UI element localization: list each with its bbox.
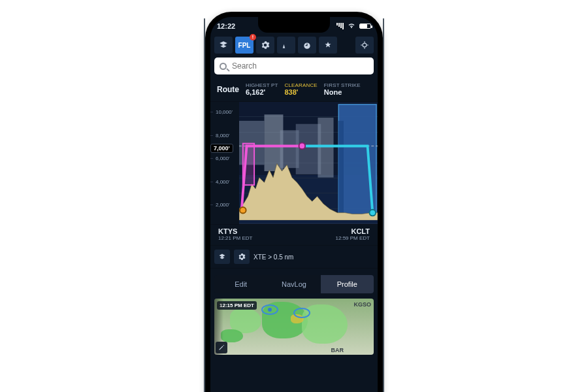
svg-rect-5 xyxy=(318,118,333,178)
fpl-button[interactable]: FPL xyxy=(235,37,253,54)
svg-point-13 xyxy=(369,210,376,216)
map-preview[interactable]: KGSO BAR 12:15 PM EDT xyxy=(214,299,374,355)
screen: 12:22 FPL Route xyxy=(210,17,378,392)
destination-code: KCLT xyxy=(351,227,370,235)
svg-point-11 xyxy=(240,207,246,214)
route-title[interactable]: Route xyxy=(217,85,239,94)
xte-label: XTE > 0.5 nm xyxy=(253,253,293,261)
notch xyxy=(258,17,330,33)
center-button[interactable] xyxy=(355,37,374,54)
first-strike: FIRST STRIKE None xyxy=(324,82,361,96)
profile-plot[interactable] xyxy=(239,102,378,224)
annotate-button[interactable] xyxy=(216,342,227,353)
layers-button[interactable] xyxy=(214,37,233,54)
phone-frame: 12:22 FPL Route xyxy=(205,12,383,392)
xte-row: XTE > 0.5 nm xyxy=(210,246,378,269)
battery-icon xyxy=(359,24,371,29)
tab-profile[interactable]: Profile xyxy=(321,275,374,293)
route-summary: Route HIGHEST PT 6,162' CLEARANCE 838' F… xyxy=(210,78,378,102)
svg-point-0 xyxy=(363,43,367,47)
wifi-icon xyxy=(348,22,355,30)
tab-edit[interactable]: Edit xyxy=(214,275,267,293)
fpl-tabs: Edit NavLog Profile xyxy=(214,275,374,293)
settings-button[interactable] xyxy=(256,37,274,54)
search-bar[interactable] xyxy=(214,57,374,74)
leg-endpoints: KTYS 12:21 PM EDT KCLT 12:59 PM EDT xyxy=(210,225,378,246)
star-button[interactable] xyxy=(319,37,337,54)
map-code-kgso: KGSO xyxy=(353,301,371,308)
timer-button[interactable] xyxy=(298,37,316,54)
origin-time: 12:21 PM EDT xyxy=(218,235,252,241)
cell-signal-icon xyxy=(336,23,344,29)
scratchpad-button[interactable] xyxy=(277,37,295,54)
origin-code: KTYS xyxy=(218,227,252,235)
search-icon xyxy=(220,63,227,70)
xte-settings-button[interactable] xyxy=(234,250,250,264)
altitude-axis: 10,000' 8,000' 7,000' 6,000' 4,000' 2,00… xyxy=(210,102,239,224)
svg-rect-7 xyxy=(338,121,344,219)
search-input[interactable] xyxy=(231,61,368,71)
xte-layers-button[interactable] xyxy=(214,250,230,264)
svg-point-12 xyxy=(299,143,306,150)
status-time: 12:22 xyxy=(217,22,235,30)
altitude-profile-chart[interactable]: 50 nm 100 nm 150 nm 20 10,000' 8,000' 7,… xyxy=(210,102,378,225)
destination-time: 12:59 PM EDT xyxy=(336,235,370,241)
tab-navlog[interactable]: NavLog xyxy=(267,275,320,293)
clearance: CLEARANCE 838' xyxy=(284,82,317,96)
selected-altitude-tag[interactable]: 7,000' xyxy=(210,144,233,153)
map-code-bar: BAR xyxy=(331,347,344,353)
svg-rect-4 xyxy=(296,124,321,174)
highest-pt: HIGHEST PT 6,162' xyxy=(246,82,278,96)
toolbar: FPL xyxy=(210,33,378,56)
